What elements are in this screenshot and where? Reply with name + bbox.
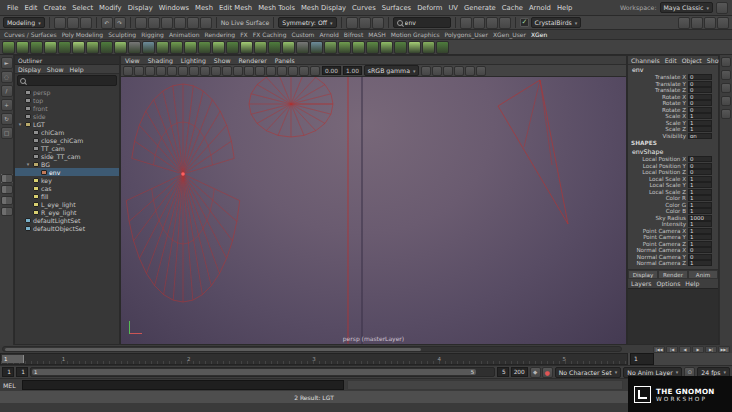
layout-four-pane-icon[interactable]: [1, 185, 13, 194]
shelf-icon[interactable]: [58, 41, 71, 54]
outliner-item-defaultobjectset[interactable]: defaultObjectSet: [15, 224, 119, 232]
cb-tab-render[interactable]: Render: [658, 270, 688, 279]
shelf-icon[interactable]: [422, 41, 435, 54]
outliner-item-cas[interactable]: cas: [15, 184, 119, 192]
pmenu-display[interactable]: Display: [18, 66, 41, 73]
shelf-icon[interactable]: [338, 41, 351, 54]
shelf-icon[interactable]: [394, 41, 407, 54]
playback-end-field[interactable]: 5: [497, 367, 509, 377]
grid-icon[interactable]: [200, 66, 210, 76]
goto-end-icon[interactable]: ▶▶|: [718, 346, 730, 353]
camera-attributes-icon[interactable]: [145, 66, 155, 76]
xray-icon[interactable]: [476, 66, 486, 76]
channel-value[interactable]: 1: [688, 241, 712, 247]
gate-mask-icon[interactable]: [233, 66, 243, 76]
outliner-item-side-tt-cam[interactable]: side_TT_cam: [15, 152, 119, 160]
channel-value[interactable]: 0: [688, 94, 712, 100]
outliner-item-persp[interactable]: persp: [15, 88, 119, 96]
channel-value[interactable]: 1: [688, 228, 712, 234]
shelf-tab-motion-graphics[interactable]: Motion Graphics: [391, 31, 440, 38]
shelf-tab-curves-surfaces[interactable]: Curves / Surfaces: [4, 31, 57, 38]
menu-item-windows[interactable]: Windows: [156, 2, 192, 14]
play-forward-icon[interactable]: ▶: [692, 346, 704, 353]
menu-item-create[interactable]: Create: [41, 2, 70, 14]
channel-value[interactable]: 0: [688, 254, 712, 260]
outliner-search-input[interactable]: [28, 78, 114, 84]
outliner-item-key[interactable]: key: [15, 176, 119, 184]
range-start-handle[interactable]: 1: [34, 369, 37, 375]
shelf-icon[interactable]: [156, 41, 169, 54]
gamma-field[interactable]: 1.00: [343, 66, 362, 75]
character-dropdown[interactable]: CrystalBirds ▾: [531, 17, 582, 28]
select-camera-icon[interactable]: [123, 66, 133, 76]
outliner-item-fill[interactable]: fill: [15, 192, 119, 200]
menu-item-modify[interactable]: Modify: [96, 2, 125, 14]
shelf-icon[interactable]: [324, 41, 337, 54]
multisampling-icon[interactable]: [454, 66, 464, 76]
outliner-item-chicam[interactable]: chiCam: [15, 128, 119, 136]
channel-value[interactable]: 1: [688, 221, 712, 227]
shelf-icon[interactable]: [310, 41, 323, 54]
channel-value[interactable]: 0: [688, 107, 712, 113]
redo-icon[interactable]: ↷: [114, 17, 126, 29]
shelf-icon[interactable]: [16, 41, 29, 54]
step-forward-frame-icon[interactable]: ▶|: [705, 346, 717, 353]
snap-projected-center-icon[interactable]: [174, 17, 186, 29]
select-tool-icon[interactable]: ►: [1, 57, 13, 69]
shelf-tab-mash[interactable]: MASH: [368, 31, 386, 38]
pmenu-show[interactable]: Show: [47, 66, 64, 73]
shelf-tab-fx-caching[interactable]: FX Caching: [253, 31, 287, 38]
shelf-icon[interactable]: [184, 41, 197, 54]
cb-tab-display[interactable]: Display: [628, 270, 658, 279]
set-key-icon[interactable]: ◆: [530, 367, 541, 378]
motion-blur-icon[interactable]: [443, 66, 453, 76]
shelf-icon[interactable]: [170, 41, 183, 54]
move-tool-icon[interactable]: +: [1, 99, 13, 111]
outliner-item-close-chicam[interactable]: close_chiCam: [15, 136, 119, 144]
shelf-icon[interactable]: [142, 41, 155, 54]
outliner-item-env[interactable]: env: [15, 168, 119, 176]
lock-camera-icon[interactable]: [134, 66, 144, 76]
menu-item-deform[interactable]: Deform: [414, 2, 445, 14]
animation-end-field[interactable]: 200: [511, 367, 528, 377]
menu-item-display[interactable]: Display: [125, 2, 156, 14]
channel-value[interactable]: 1: [688, 234, 712, 240]
expand-arrow-icon[interactable]: ▾: [17, 121, 23, 127]
channel-value[interactable]: 1: [688, 176, 712, 182]
channel-value[interactable]: 1: [688, 260, 712, 266]
resolution-gate-icon[interactable]: [222, 66, 232, 76]
shelf-icon[interactable]: [296, 41, 309, 54]
channel-box-tab-icon[interactable]: [721, 83, 731, 93]
screen-space-ao-icon[interactable]: [432, 66, 442, 76]
xgen-tab-icon[interactable]: [721, 109, 731, 119]
shelf-tab-animation[interactable]: Animation: [169, 31, 200, 38]
channel-value[interactable]: 1: [688, 182, 712, 188]
shelf-icon[interactable]: [282, 41, 295, 54]
shape-node-name[interactable]: envShape: [628, 147, 718, 156]
channel-value[interactable]: 1: [688, 208, 712, 214]
outliner-item-bg[interactable]: ▾BG: [15, 160, 119, 168]
shelf-tab-rendering[interactable]: Rendering: [205, 31, 236, 38]
menu-item-help[interactable]: Help: [554, 2, 576, 14]
menu-item-uv[interactable]: UV: [445, 2, 461, 14]
shelf-icon[interactable]: [114, 41, 127, 54]
ipr-render-icon[interactable]: [473, 17, 485, 29]
shadows-icon[interactable]: [421, 66, 431, 76]
field-chart-icon[interactable]: [244, 66, 254, 76]
pmenu-options[interactable]: Options: [656, 280, 680, 287]
scrollbar-thumb[interactable]: [5, 348, 421, 351]
outliner-item-lgt[interactable]: ▾LGT: [15, 120, 119, 128]
grease-pencil-icon[interactable]: [189, 66, 199, 76]
workspace-dropdown[interactable]: Maya Classic ▾: [660, 2, 713, 13]
channel-value[interactable]: 0: [688, 100, 712, 106]
save-scene-icon[interactable]: [80, 17, 92, 29]
outliner-item-side[interactable]: side: [15, 112, 119, 120]
animation-start-field[interactable]: 1: [2, 367, 14, 377]
toggle-attribute-editor-icon[interactable]: [691, 17, 703, 29]
range-slider[interactable]: 1 5: [30, 367, 495, 377]
make-live-icon[interactable]: [200, 17, 212, 29]
channel-value[interactable]: 1: [688, 202, 712, 208]
range-slider-bar[interactable]: 1 5: [32, 369, 476, 375]
horizontal-scrollbar[interactable]: [2, 346, 622, 352]
viewport-canvas[interactable]: persp (masterLayer): [121, 77, 626, 344]
